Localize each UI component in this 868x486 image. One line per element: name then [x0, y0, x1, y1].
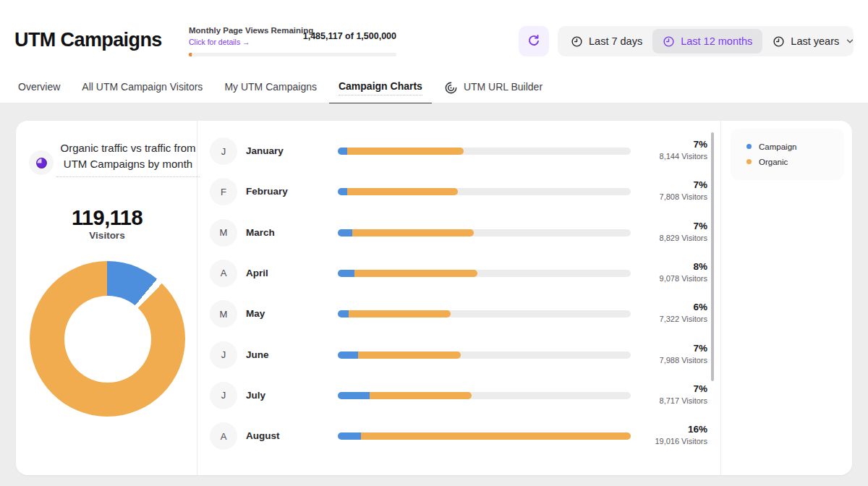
total-visitors-label: Visitors	[16, 230, 198, 241]
month-bar-row: M May 6% 7,322 Visitors	[210, 300, 707, 328]
month-stats: 7% 7,988 Visitors	[660, 343, 707, 367]
clock-icon	[571, 35, 583, 48]
month-percent: 6%	[660, 302, 707, 313]
month-percent: 7%	[660, 139, 707, 150]
month-bar-row: M March 7% 8,829 Visitors	[210, 219, 707, 247]
bar-fill	[338, 351, 461, 359]
bar-fill	[338, 392, 472, 399]
month-avatar: M	[210, 300, 237, 328]
organic-segment	[347, 188, 459, 195]
tab-bar: Overview All UTM Campaign Visitors My UT…	[0, 72, 868, 103]
month-label: February	[246, 186, 288, 197]
month-bar-row: A August 16% 19,016 Visitors	[210, 422, 707, 450]
campaign-segment	[338, 310, 349, 317]
clock-icon	[773, 35, 785, 48]
month-percent: 7%	[660, 343, 707, 354]
month-visitors: 9,078 Visitors	[660, 273, 707, 285]
usage-progress-track	[189, 53, 396, 56]
chart-card: Organic traffic vs traffic from UTM Camp…	[16, 121, 852, 475]
month-label: August	[246, 430, 280, 441]
tab-label: My UTM Campaigns	[224, 81, 317, 94]
month-label: May	[246, 308, 265, 319]
legend-dot-icon	[746, 144, 752, 149]
bar-track[interactable]	[338, 351, 631, 359]
month-stats: 7% 8,829 Visitors	[660, 221, 707, 244]
month-visitors: 7,322 Visitors	[660, 313, 707, 325]
usage-progress-fill	[189, 53, 192, 56]
month-label: March	[246, 227, 275, 238]
month-visitors: 19,016 Visitors	[655, 435, 707, 448]
total-visitors-value: 119,118	[16, 206, 198, 230]
organic-segment	[361, 432, 631, 440]
month-label: July	[246, 390, 265, 401]
month-bar-row: J January 7% 8,144 Visitors	[210, 137, 707, 165]
month-percent: 7%	[660, 179, 707, 191]
date-range-group: Last 7 days Last 12 months Last years	[558, 26, 854, 56]
bar-track[interactable]	[338, 432, 631, 440]
legend-dot-icon	[746, 159, 752, 164]
date-range-button[interactable]: Last years	[762, 29, 865, 54]
bar-track[interactable]	[338, 270, 631, 277]
tab-label: UTM URL Builder	[464, 81, 542, 94]
tab-campaign-charts[interactable]: Campaign Charts	[339, 72, 422, 103]
chevron-down-icon	[845, 36, 855, 46]
bar-track[interactable]	[338, 188, 631, 195]
legend-item: Organic	[746, 154, 844, 169]
campaign-segment	[338, 229, 352, 236]
month-percent: 16%	[655, 424, 707, 435]
refresh-button[interactable]	[519, 26, 549, 56]
list-scrollbar[interactable]	[711, 132, 714, 381]
organic-segment	[347, 148, 464, 155]
tab-label: Campaign Charts	[339, 80, 422, 95]
bar-track[interactable]	[338, 148, 631, 155]
page-title: UTM Campaigns	[14, 29, 162, 51]
app-header: UTM Campaigns Monthly Page Views Remaini…	[0, 0, 868, 72]
bar-fill	[338, 229, 474, 236]
month-percent: 7%	[660, 221, 707, 232]
campaign-segment	[338, 432, 361, 440]
bar-fill	[338, 270, 477, 277]
donut-chart-title: Organic traffic vs traffic from UTM Camp…	[56, 140, 200, 177]
month-stats: 8% 9,078 Visitors	[660, 261, 707, 285]
usage-value: 1,485,117 of 1,500,000	[189, 31, 396, 41]
month-stats: 7% 7,808 Visitors	[660, 179, 707, 203]
legend-item: Campaign	[746, 139, 844, 154]
clock-icon	[663, 35, 675, 48]
month-label: January	[246, 145, 284, 156]
month-avatar: J	[210, 341, 237, 369]
month-stats: 16% 19,016 Visitors	[655, 424, 707, 448]
month-stats: 7% 8,144 Visitors	[660, 139, 707, 163]
date-range-button[interactable]: Last 12 months	[652, 29, 762, 54]
month-bar-row: J July 7% 8,717 Visitors	[210, 382, 707, 409]
month-visitors: 8,717 Visitors	[660, 395, 707, 407]
tab-utm-url-builder[interactable]: UTM URL Builder	[444, 72, 542, 103]
month-bar-row: A April 8% 9,078 Visitors	[210, 260, 707, 287]
date-range-label: Last 7 days	[589, 35, 642, 47]
organic-segment	[354, 270, 478, 277]
legend-label: Organic	[759, 158, 788, 166]
bar-track[interactable]	[338, 229, 631, 236]
month-visitors: 7,988 Visitors	[660, 354, 707, 367]
tab-my-utm-campaigns[interactable]: My UTM Campaigns	[224, 72, 317, 103]
pie-chart-icon	[29, 150, 54, 175]
bar-fill	[338, 188, 458, 195]
date-range-button[interactable]: Last 7 days	[561, 29, 652, 54]
month-avatar: A	[210, 260, 237, 287]
bar-fill	[338, 432, 631, 440]
organic-segment	[349, 310, 451, 317]
bar-track[interactable]	[338, 392, 631, 399]
month-visitors: 8,144 Visitors	[660, 150, 707, 163]
campaign-segment	[338, 351, 358, 359]
bar-fill	[338, 148, 464, 155]
campaign-segment	[338, 148, 347, 155]
tab-label: Overview	[18, 81, 60, 94]
month-percent: 8%	[660, 261, 707, 273]
month-stats: 6% 7,322 Visitors	[660, 302, 707, 325]
month-label: April	[246, 268, 268, 278]
tab-all-utm-campaign-visitors[interactable]: All UTM Campaign Visitors	[82, 72, 203, 103]
bar-track[interactable]	[338, 310, 631, 317]
month-visitors: 7,808 Visitors	[660, 191, 707, 203]
month-avatar: J	[210, 382, 237, 409]
month-bar-row: F February 7% 7,808 Visitors	[210, 178, 707, 205]
tab-overview[interactable]: Overview	[18, 72, 60, 103]
